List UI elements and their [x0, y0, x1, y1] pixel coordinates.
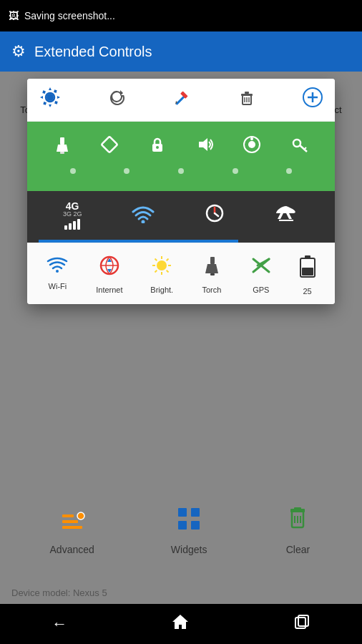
- brightness-white-icon: [151, 255, 172, 281]
- svg-point-59: [77, 512, 84, 519]
- gps-white-item[interactable]: GPS: [250, 255, 272, 294]
- svg-point-27: [293, 140, 300, 147]
- rotate-icon[interactable]: [99, 135, 119, 160]
- svg-rect-54: [305, 255, 310, 258]
- white-widget-row: Wi-Fi: [27, 243, 335, 304]
- app-bar: ⚙ Extended Controls: [0, 31, 362, 72]
- clear-footer-item[interactable]: Clear: [283, 504, 312, 555]
- key-icon[interactable]: [290, 135, 310, 160]
- svg-line-29: [304, 147, 306, 150]
- lock-icon[interactable]: [147, 135, 167, 160]
- home-button[interactable]: [165, 607, 195, 641]
- dot-2: [124, 168, 129, 174]
- status-bar-text: Saving screenshot...: [24, 10, 115, 21]
- advanced-icon: [58, 504, 87, 540]
- svg-point-33: [56, 270, 59, 273]
- widget-pagination-dots: [39, 168, 323, 174]
- dot-5: [286, 168, 292, 174]
- gps-label: GPS: [253, 286, 269, 294]
- widgets-footer-item[interactable]: Widgets: [171, 504, 207, 555]
- nav-bar: ←: [0, 604, 362, 644]
- wifi-white-item[interactable]: Wi-Fi: [47, 255, 68, 291]
- widgets-icon: [175, 504, 203, 540]
- dot-3: [178, 168, 184, 174]
- torch-label: Torch: [202, 286, 222, 294]
- volume-icon[interactable]: [195, 135, 215, 160]
- refresh-icon[interactable]: [108, 89, 127, 112]
- internet-label: Internet: [96, 286, 122, 294]
- svg-rect-9: [245, 92, 249, 94]
- signal-4g-icon[interactable]: 4G 3G 2G: [63, 201, 82, 230]
- advanced-footer-item[interactable]: Advanced: [50, 504, 94, 555]
- svg-line-43: [155, 259, 157, 261]
- modal-toolbar: [27, 79, 335, 122]
- recent-button[interactable]: [288, 608, 316, 640]
- svg-rect-56: [62, 526, 82, 529]
- main-content: Welcome to Extended Controls. To use thi…: [0, 72, 362, 604]
- clear-icon: [283, 504, 312, 540]
- advanced-label: Advanced: [50, 544, 94, 555]
- torch-green-icon[interactable]: [52, 135, 72, 160]
- edit-icon[interactable]: [172, 89, 191, 112]
- wifi-label: Wi-Fi: [49, 282, 67, 291]
- svg-line-45: [167, 259, 169, 261]
- svg-rect-49: [210, 273, 215, 275]
- svg-rect-58: [62, 514, 74, 517]
- gps-white-icon: [250, 255, 272, 281]
- svg-marker-22: [199, 138, 207, 151]
- svg-rect-8: [241, 94, 253, 96]
- battery-white-icon: [300, 255, 315, 283]
- device-model: Device model: Nexus 5: [11, 587, 107, 598]
- dot-1: [70, 168, 76, 174]
- torch-white-item[interactable]: Torch: [201, 255, 222, 294]
- svg-line-46: [155, 270, 157, 273]
- svg-marker-17: [57, 145, 68, 152]
- svg-marker-70: [172, 615, 188, 629]
- internet-white-item[interactable]: Internet: [96, 255, 122, 294]
- svg-point-30: [142, 220, 145, 224]
- brightness-label: Bright.: [150, 286, 173, 294]
- svg-rect-66: [294, 507, 301, 509]
- green-widget-row: [27, 122, 335, 191]
- svg-point-26: [250, 137, 253, 140]
- svg-point-2: [48, 95, 52, 99]
- app-title: Extended Controls: [34, 44, 152, 60]
- brightness-white-item[interactable]: Bright.: [150, 255, 173, 294]
- svg-rect-47: [210, 257, 215, 264]
- add-icon[interactable]: [302, 87, 323, 113]
- dark-widget-row: 4G 3G 2G: [27, 191, 335, 243]
- airplane-icon[interactable]: [273, 203, 299, 228]
- wifi-dark-icon[interactable]: [130, 203, 156, 228]
- green-icons-container: [39, 135, 323, 160]
- modal-card: 4G 3G 2G: [27, 79, 335, 304]
- battery-label: 25: [303, 287, 311, 296]
- wifi-white-icon: [47, 255, 68, 278]
- svg-line-44: [167, 270, 169, 273]
- svg-marker-48: [205, 264, 218, 273]
- svg-point-38: [157, 260, 167, 270]
- svg-rect-57: [62, 520, 78, 523]
- settings-dial-icon[interactable]: [242, 135, 262, 160]
- timer-icon[interactable]: [205, 203, 225, 228]
- white-icons-container: Wi-Fi: [33, 255, 329, 296]
- svg-rect-63: [191, 521, 200, 530]
- svg-rect-61: [178, 521, 187, 530]
- battery-white-item[interactable]: 25: [300, 255, 315, 296]
- clear-label: Clear: [286, 544, 310, 555]
- svg-rect-60: [178, 508, 187, 517]
- dot-4: [233, 168, 238, 174]
- svg-rect-62: [191, 508, 200, 517]
- svg-rect-18: [60, 152, 64, 154]
- widgets-label: Widgets: [171, 544, 207, 555]
- gear-toolbar-icon[interactable]: [39, 86, 62, 114]
- svg-rect-55: [302, 268, 313, 275]
- back-button[interactable]: ←: [46, 609, 73, 639]
- delete-icon[interactable]: [238, 89, 256, 112]
- torch-white-icon: [201, 255, 222, 281]
- dark-icons-container: 4G 3G 2G: [39, 201, 323, 240]
- settings-icon: ⚙: [11, 42, 26, 61]
- svg-marker-3: [120, 90, 123, 96]
- svg-point-24: [248, 141, 255, 148]
- screenshot-icon: 🖼: [9, 10, 19, 21]
- footer-icons: Advanced Widgets: [0, 499, 362, 561]
